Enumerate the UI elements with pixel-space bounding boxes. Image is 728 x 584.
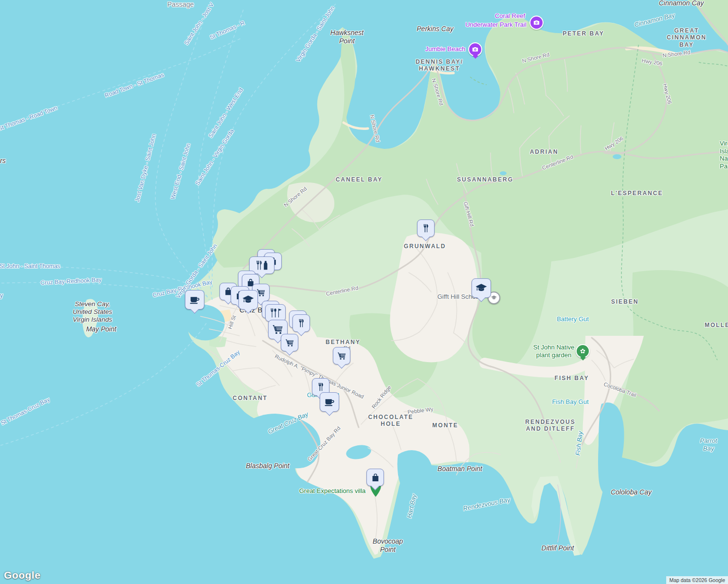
steven-cay-island — [83, 299, 98, 337]
photo-poi[interactable] — [529, 16, 544, 30]
restaurant-icon — [421, 223, 431, 233]
poi-label[interactable]: St John Native plant garden — [533, 344, 575, 359]
graduation-cap-icon — [490, 294, 498, 302]
poi-label[interactable]: Underwater Park Trail — [465, 21, 527, 29]
poi-label[interactable]: Great Expectations villa — [299, 487, 366, 495]
school-pin[interactable] — [238, 290, 258, 310]
flower-icon — [579, 347, 587, 355]
restaurant-pin[interactable] — [417, 219, 435, 237]
restaurant-icon — [316, 382, 326, 392]
map-canvas[interactable]: DENNIS BAY/ HAWKNEST PETER BAY GREAT CIN… — [0, 0, 728, 584]
map-attribution: Map data ©2026 Google — [666, 576, 728, 584]
grocery-pin[interactable] — [333, 347, 350, 365]
garden-poi[interactable] — [576, 344, 590, 358]
shopping-cart-icon — [337, 351, 347, 361]
shopping-pin[interactable] — [366, 469, 384, 486]
fork-spoon-flag-icon — [269, 308, 282, 318]
restaurant-bar-icon — [254, 260, 270, 271]
photo-poi[interactable] — [468, 42, 482, 56]
graduation-cap-icon — [475, 282, 488, 294]
camera-icon — [471, 45, 479, 54]
poi-label[interactable]: Jumbie Beach — [425, 45, 465, 53]
cafe-pin[interactable] — [320, 392, 339, 412]
grocery-pin[interactable] — [281, 334, 298, 351]
food-court-pin[interactable] — [265, 304, 286, 322]
cololoba-cay-island — [630, 493, 635, 496]
restaurant-icon — [296, 318, 306, 328]
coffee-cup-icon — [188, 293, 201, 306]
map-terrain — [0, 0, 728, 584]
coffee-cup-icon — [323, 396, 336, 408]
cafe-pin[interactable] — [185, 290, 204, 310]
restaurant-pin[interactable] — [292, 314, 310, 332]
camera-icon — [532, 18, 541, 27]
graduation-cap-icon — [242, 293, 255, 306]
fish-bay-inlet — [598, 402, 624, 494]
school-pin[interactable] — [472, 278, 491, 298]
google-logo[interactable]: Google — [4, 569, 40, 581]
shopping-cart-icon — [285, 338, 295, 348]
hart-bay — [400, 486, 424, 531]
poi-label[interactable]: Coral Reef — [495, 12, 525, 20]
shopping-bag-icon — [370, 473, 381, 483]
